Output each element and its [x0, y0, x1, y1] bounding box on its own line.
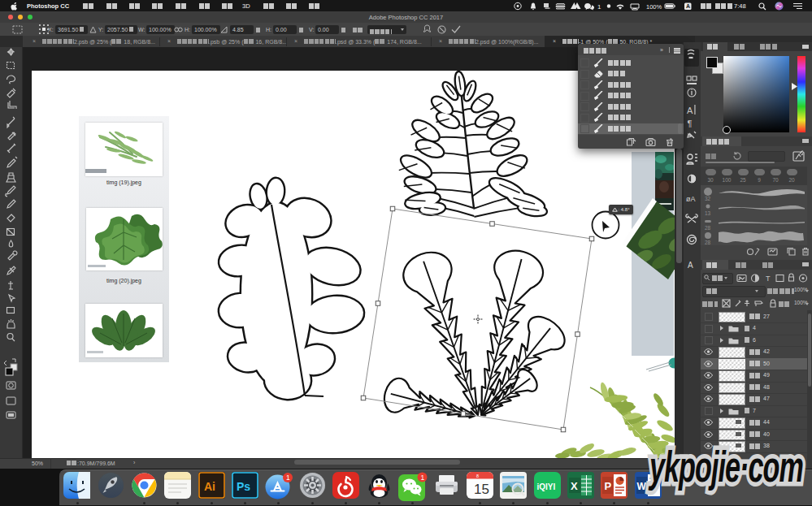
svg-text:X: X — [571, 480, 578, 492]
svg-text:øA: øA — [686, 195, 696, 203]
svg-text:100%: 100% — [646, 3, 662, 11]
svg-text:1: 1 — [597, 3, 601, 11]
svg-text:13: 13 — [705, 210, 711, 216]
svg-text:15: 15 — [474, 482, 489, 497]
svg-text:1: 1 — [421, 474, 425, 482]
svg-text:A: A — [687, 106, 693, 115]
svg-text:P: P — [605, 480, 612, 492]
svg-text:28: 28 — [705, 225, 711, 231]
svg-text:Ps: Ps — [237, 480, 250, 493]
svg-text:28: 28 — [705, 240, 711, 245]
svg-text:iQIYI: iQIYI — [537, 482, 556, 491]
svg-text:8: 8 — [476, 474, 479, 478]
svg-text:A: A — [688, 261, 693, 270]
svg-text:1: 1 — [286, 474, 290, 482]
svg-text:T: T — [766, 275, 771, 283]
svg-text:Ai: Ai — [204, 480, 215, 493]
svg-text:32: 32 — [705, 196, 711, 201]
svg-text:A: A — [686, 3, 690, 9]
svg-text:¶: ¶ — [688, 119, 693, 128]
